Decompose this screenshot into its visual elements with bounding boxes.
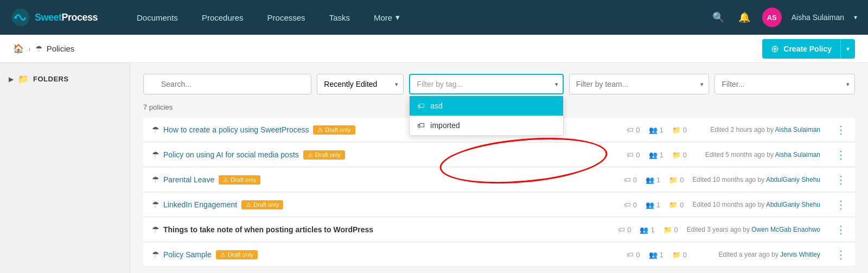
tag-count: 🏷 0 [627, 251, 640, 259]
tag-meta-icon: 🏷 [627, 251, 634, 259]
policy-umbrella-icon: ☂ [152, 150, 159, 160]
folder-count: 📁 0 [663, 226, 678, 234]
policy-meta: 🏷 0 👥 1 📁 0 Edited 10 months ago by Abdu… [624, 173, 846, 186]
sort-select[interactable]: Recently Edited [317, 74, 404, 94]
plus-icon: ⊕ [771, 43, 779, 55]
policy-umbrella-icon: ☂ [152, 250, 159, 259]
policy-name[interactable]: How to create a policy using SweetProces… [163, 125, 309, 134]
tag-count: 🏷 0 [618, 226, 631, 234]
warning-icon: ⚠ [246, 201, 251, 208]
folder-count: 📁 0 [669, 176, 684, 184]
search-input[interactable] [143, 74, 311, 94]
filter-bar: 🔍 Recently Edited ▾ ▾ 🏷 asd [143, 74, 855, 94]
extra-filter-input[interactable] [714, 74, 855, 94]
nav-tasks[interactable]: Tasks [317, 0, 362, 35]
folders-chevron-icon: ▶ [9, 75, 14, 83]
folder-meta-icon: 📁 [669, 176, 678, 184]
policy-meta: 🏷 0 👥 1 📁 0 Edited 2 hours ago by Aisha … [627, 123, 846, 136]
home-icon[interactable]: 🏠 [13, 43, 24, 54]
policies-icon: ☂ [35, 44, 42, 54]
tag-meta-icon: 🏷 [627, 126, 634, 134]
more-options-button[interactable]: ⋮ [835, 248, 846, 261]
editor-link[interactable]: Aisha Sulaiman [775, 151, 820, 158]
main-content: ▶ 📁 FOLDERS 🔍 Recently Edited ▾ [0, 63, 868, 273]
user-name[interactable]: Aisha Sulaiman [792, 13, 844, 22]
search-wrapper: 🔍 [143, 74, 311, 94]
logo[interactable]: SweetProcess [11, 8, 108, 27]
member-count: 👥 1 [640, 226, 654, 234]
tag-dropdown-item-asd[interactable]: 🏷 asd [410, 96, 563, 116]
logo-text: SweetProcess [35, 12, 98, 23]
policy-title-area: ☂ Parental Leave ⚠ Draft only [152, 175, 624, 185]
tag-meta-icon: 🏷 [618, 226, 625, 234]
nav-right: 🔍 🔔 AS Aisha Sulaiman ▾ [710, 8, 857, 27]
edited-text: Edited 10 months ago by AbdulGaniy Shehu [692, 201, 820, 208]
policy-name[interactable]: Things to take note of when posting arti… [163, 225, 373, 234]
policy-title-area: ☂ LinkedIn Engagement ⚠ Draft only [152, 200, 624, 209]
edited-text: Edited a year ago by Jervis Whitley [695, 251, 820, 258]
tag-count: 🏷 0 [627, 126, 640, 134]
more-chevron-icon: ▾ [395, 12, 400, 22]
policy-list: ☂ How to create a policy using SweetProc… [143, 118, 855, 267]
tag-dropdown-item-imported[interactable]: 🏷 imported [410, 116, 563, 135]
draft-badge: ⚠ Draft only [313, 125, 355, 135]
nav-more[interactable]: More ▾ [362, 0, 412, 35]
editor-link[interactable]: Jervis Whitley [780, 251, 820, 258]
folder-meta-icon: 📁 [672, 251, 681, 259]
team-filter-input[interactable] [569, 74, 710, 94]
create-policy-button[interactable]: ⊕ Create Policy [762, 39, 840, 59]
folders-icon: 📁 [18, 74, 29, 84]
bell-icon[interactable]: 🔔 [736, 9, 752, 26]
more-options-button[interactable]: ⋮ [835, 148, 846, 161]
editor-link[interactable]: Owen McGab Enaohwo [751, 226, 820, 233]
top-navigation: SweetProcess Documents Procedures Proces… [0, 0, 868, 35]
policy-name[interactable]: Parental Leave [163, 175, 214, 184]
policy-name[interactable]: Policy Sample [163, 250, 212, 259]
nav-procedures[interactable]: Procedures [190, 0, 256, 35]
more-options-button[interactable]: ⋮ [835, 198, 846, 211]
more-options-button[interactable]: ⋮ [835, 223, 846, 236]
create-policy-dropdown-button[interactable]: ▾ [840, 39, 855, 59]
policy-umbrella-icon: ☂ [152, 125, 159, 135]
search-icon[interactable]: 🔍 [710, 9, 726, 26]
sidebar: ▶ 📁 FOLDERS [0, 63, 130, 273]
policy-name[interactable]: Policy on using AI for social media post… [163, 150, 299, 159]
editor-link[interactable]: AbdulGaniy Shehu [766, 201, 820, 208]
folder-count: 📁 0 [672, 151, 687, 159]
more-options-button[interactable]: ⋮ [835, 123, 846, 136]
policy-umbrella-icon: ☂ [152, 200, 159, 209]
policy-name[interactable]: LinkedIn Engagement [163, 200, 237, 209]
nav-processes[interactable]: Processes [256, 0, 317, 35]
folders-label: FOLDERS [33, 75, 69, 83]
editor-link[interactable]: Aisha Sulaiman [775, 126, 820, 134]
editor-link[interactable]: AbdulGaniy Shehu [766, 176, 820, 183]
more-options-button[interactable]: ⋮ [835, 173, 846, 186]
nav-documents[interactable]: Documents [125, 0, 190, 35]
tag-filter-input[interactable] [409, 74, 563, 94]
tag-count: 🏷 0 [627, 151, 640, 159]
user-avatar[interactable]: AS [762, 8, 782, 27]
policy-umbrella-icon: ☂ [152, 175, 159, 185]
tag-meta-icon: 🏷 [624, 176, 631, 184]
folder-meta-icon: 📁 [672, 126, 681, 134]
warning-icon: ⚠ [308, 151, 313, 158]
tag-meta-icon: 🏷 [624, 201, 631, 209]
policy-row: ☂ LinkedIn Engagement ⚠ Draft only 🏷 0 👥… [143, 193, 855, 217]
breadcrumb: 🏠 › ☂ Policies [13, 43, 74, 54]
tag-count: 🏷 0 [624, 201, 637, 209]
policy-title-area: ☂ Things to take note of when posting ar… [152, 225, 618, 234]
user-chevron-icon[interactable]: ▾ [854, 14, 857, 21]
nav-links: Documents Procedures Processes Tasks Mor… [125, 0, 710, 35]
folders-header[interactable]: ▶ 📁 FOLDERS [9, 74, 121, 84]
warning-icon: ⚠ [220, 251, 226, 258]
folder-count: 📁 0 [672, 126, 687, 134]
member-count: 👥 1 [649, 126, 663, 134]
folder-count: 📁 0 [669, 201, 684, 209]
tag-count: 🏷 0 [624, 176, 637, 184]
edited-text: Edited 10 months ago by AbdulGaniy Shehu [692, 176, 820, 183]
member-count: 👥 1 [646, 176, 660, 184]
policy-row: ☂ Policy on using AI for social media po… [143, 143, 855, 167]
draft-badge: ⚠ Draft only [241, 200, 283, 209]
edited-text: Edited 2 hours ago by Aisha Sulaiman [695, 126, 820, 134]
tag-filter-wrapper: ▾ 🏷 asd 🏷 imported [409, 74, 563, 94]
